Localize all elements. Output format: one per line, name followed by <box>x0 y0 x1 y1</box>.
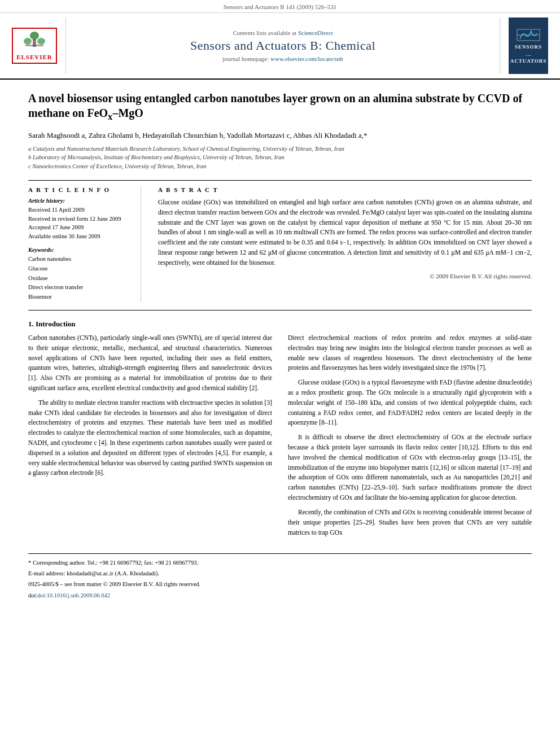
footnote-section: * Corresponding author. Tel.: +98 21 669… <box>28 553 532 600</box>
intro-p4: Glucose oxidase (GOx) is a typical flavo… <box>288 378 532 428</box>
intro-p2: The ability to mediate electron transfer… <box>28 398 272 479</box>
authors-line: Sarah Maghsoodi a, Zahra Gholami b, Heda… <box>28 131 532 140</box>
doi-link[interactable]: doi:10.1016/j.snb.2009.06.042 <box>37 592 110 599</box>
keyword-1: Carbon nanotubes <box>28 255 132 264</box>
online-date: Available online 30 June 2009 <box>28 232 132 241</box>
elsevier-logo-box: ELSEVIER <box>12 28 57 64</box>
contents-label: Contents lists available at <box>233 29 296 36</box>
elsevier-logo: ELSEVIER <box>9 18 60 74</box>
journal-citation-text: Sensors and Actuators B 141 (2009) 526–5… <box>224 3 336 10</box>
sciencedirect-link[interactable]: ScienceDirect <box>298 29 333 36</box>
article-info-abstract-section: A R T I C L E I N F O Article history: R… <box>28 186 532 302</box>
svg-point-1 <box>30 32 39 40</box>
affiliation-a: a Catalysis and Nanostructured Materials… <box>28 145 532 154</box>
intro-p5: It is difficult to observe the direct el… <box>288 433 532 503</box>
svg-point-4 <box>37 38 45 45</box>
abstract-text: Glucose oxidase (GOx) was immobilized on… <box>158 198 532 268</box>
article-info-label: A R T I C L E I N F O <box>28 186 132 193</box>
article-info-column: A R T I C L E I N F O Article history: R… <box>28 186 141 302</box>
abstract-column: A B S T R A C T Glucose oxidase (GOx) wa… <box>158 186 532 302</box>
svg-point-3 <box>24 38 32 45</box>
revised-date: Received in revised form 12 June 2009 <box>28 215 132 224</box>
svg-rect-5 <box>25 45 43 46</box>
affiliations: a Catalysis and Nanostructured Materials… <box>28 145 532 171</box>
journal-main-title: Sensors and Actuators B: Chemical <box>190 38 375 53</box>
sensors-logo-box: SENSORS...ACTUATORS <box>509 18 548 74</box>
history-label: Article history: <box>28 198 132 204</box>
issn-line: 0925-4005/$ – see front matter © 2009 El… <box>28 580 532 589</box>
keyword-3: Oxidase <box>28 274 132 283</box>
copyright-line: © 2009 Elsevier B.V. All rights reserved… <box>158 273 532 279</box>
intro-p3: Direct electrochemical reactions of redo… <box>288 333 532 373</box>
section-divider-top <box>28 180 532 181</box>
doi-line: doi:doi:10.1016/j.snb.2009.06.042 <box>28 591 532 600</box>
received-date: Received 11 April 2009 <box>28 206 132 215</box>
corresponding-author-note: * Corresponding author. Tel.: +98 21 669… <box>28 558 532 567</box>
keyword-4: Direct electron transfer <box>28 283 132 292</box>
keywords-label: Keywords: <box>28 247 132 253</box>
keyword-5: Biosensor <box>28 292 132 302</box>
introduction-two-col: Carbon nanotubes (CNTs), particularly si… <box>28 333 532 542</box>
intro-p6: Recently, the combination of CNTs and GO… <box>288 508 532 538</box>
introduction-heading: 1. Introduction <box>28 320 532 329</box>
journal-header: ELSEVIER Contents lists available at Sci… <box>0 13 560 80</box>
sensors-logo-text: SENSORS...ACTUATORS <box>510 43 547 65</box>
intro-col-left: Carbon nanotubes (CNTs), particularly si… <box>28 333 272 542</box>
sensors-logo-container: SENSORS...ACTUATORS <box>506 18 551 74</box>
journal-homepage-line: journal homepage: www.elsevier.com/locat… <box>222 55 343 62</box>
affiliation-b: b Laboratory of Microanalysis, Institute… <box>28 153 532 162</box>
affiliation-c: c Nanoelectronics Center of Excellence, … <box>28 162 532 171</box>
introduction-section: 1. Introduction Carbon nanotubes (CNTs),… <box>28 320 532 542</box>
sensors-logo-graphic-icon <box>514 27 542 43</box>
article-main: A novel biosensor using entangled carbon… <box>0 80 560 611</box>
article-title: A novel biosensor using entangled carbon… <box>28 91 532 123</box>
email-note: E-mail address: khodadadi@ut.ac.ir (A.A.… <box>28 569 532 578</box>
journal-homepage-url[interactable]: www.elsevier.com/locate/snb <box>270 55 343 62</box>
elsevier-brand-label: ELSEVIER <box>16 54 53 60</box>
doi-label: doi: <box>28 592 37 599</box>
section-divider-bottom <box>28 310 532 311</box>
sciencedirect-line: Contents lists available at ScienceDirec… <box>233 29 333 36</box>
intro-p1: Carbon nanotubes (CNTs), particularly si… <box>28 333 272 394</box>
keyword-2: Glucose <box>28 264 132 274</box>
journal-citation-bar: Sensors and Actuators B 141 (2009) 526–5… <box>0 0 560 13</box>
journal-title-center: Contents lists available at ScienceDirec… <box>65 18 500 74</box>
abstract-label: A B S T R A C T <box>158 186 532 193</box>
intro-col-right: Direct electrochemical reactions of redo… <box>288 333 532 542</box>
elsevier-tree-icon <box>18 31 51 53</box>
accepted-date: Accepted 17 June 2009 <box>28 223 132 232</box>
article-history: Article history: Received 11 April 2009 … <box>28 198 132 241</box>
keywords-section: Keywords: Carbon nanotubes Glucose Oxida… <box>28 247 132 302</box>
